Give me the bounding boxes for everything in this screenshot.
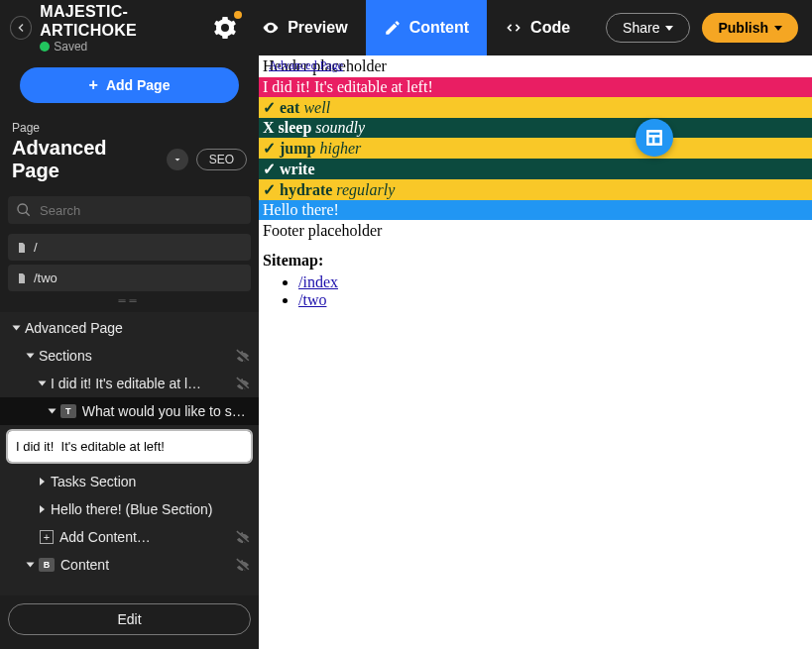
tree-node-sections[interactable]: Sections [0,342,259,370]
route-item-two[interactable]: /two [8,265,251,291]
chevron-down-icon [665,26,673,31]
plus-box-icon: + [40,530,54,544]
sitemap-item: /index [298,273,812,291]
hello-section[interactable]: Hello there! [259,200,812,220]
task-row[interactable]: ✓ jump higher [259,138,812,159]
sitemap-item: /two [298,291,812,309]
topbar: MAJESTIC-ARTICHOKE Saved Preview Content [0,0,812,55]
search-icon [16,202,32,218]
visibility-off-icon[interactable] [235,348,251,364]
code-icon [505,19,522,37]
saved-label: Saved [54,40,87,54]
share-label: Share [623,20,659,36]
page-selector: Advanced Page SEO [0,137,259,192]
content-tree: Advanced Page Sections I did it! It's ed… [0,312,259,595]
footer-placeholder: Footer placeholder [259,220,812,242]
caret-icon [49,409,57,414]
sitemap-link[interactable]: /two [298,291,326,308]
tab-preview[interactable]: Preview [244,0,365,55]
tab-content[interactable]: Content [366,0,487,55]
task-detail: higher [319,140,361,157]
plus-icon: + [89,76,98,94]
tree-node-add-content[interactable]: + Add Content… [0,523,259,551]
task-row[interactable]: ✓ hydrate regularly [259,179,812,200]
sitemap-link[interactable]: /index [298,273,338,290]
inline-text-input[interactable] [8,431,251,462]
tree-node-page[interactable]: Advanced Page [0,314,259,342]
visibility-off-icon[interactable] [235,557,251,573]
layout-widget-button[interactable] [636,119,673,157]
task-row[interactable]: ✓ write [259,159,812,179]
sitemap-heading: Sitemap: [259,242,812,273]
tab-preview-label: Preview [288,19,347,37]
edit-button[interactable]: Edit [8,603,251,635]
back-button[interactable] [10,16,32,40]
task-detail: soundly [315,119,365,136]
breadcrumb-link[interactable]: Advanced Page [269,58,343,73]
search-input[interactable] [40,203,243,218]
tree-label: Add Content… [59,529,151,545]
add-page-label: Add Page [106,77,171,93]
tree-label: Hello there! (Blue Section) [51,501,212,517]
task-verb: ✓ eat [263,99,303,116]
intro-section[interactable]: I did it! It's editable at left! [259,77,812,97]
task-verb: X sleep [263,119,315,136]
tree-label: Tasks Section [51,474,136,489]
tab-code[interactable]: Code [487,0,588,55]
tree-node-content[interactable]: B Content [0,551,259,579]
block-icon: B [39,558,55,572]
project-title: MAJESTIC-ARTICHOKE [40,2,210,40]
seo-button[interactable]: SEO [196,149,247,170]
page-dropdown[interactable] [167,149,188,170]
visibility-off-icon[interactable] [235,376,251,391]
file-icon [16,242,28,254]
tree-node-intro-field[interactable]: T What would you like to say? [0,397,259,425]
search-field[interactable] [8,196,251,224]
tree-node-tasks[interactable]: Tasks Section [0,468,259,495]
task-row[interactable]: ✓ eat well [259,97,812,118]
gear-icon [213,16,237,40]
page-heading: Page [0,115,259,137]
mode-tabs: Preview Content Code [244,0,588,55]
text-field-icon: T [60,404,76,418]
right-actions: Share Publish [588,13,812,43]
project-block: MAJESTIC-ARTICHOKE Saved [40,2,210,54]
share-button[interactable]: Share [606,13,690,43]
tab-code-label: Code [530,19,570,37]
route-label: /two [34,270,58,285]
tab-content-label: Content [409,19,469,37]
task-verb: ✓ jump [263,140,319,157]
caret-icon [40,505,45,513]
caret-icon [27,354,35,359]
tree-label: Content [60,557,109,573]
tree-label: I did it! It's editable at l… [51,376,201,391]
task-detail: well [303,99,330,116]
add-page-button[interactable]: + Add Page [20,67,239,103]
tree-label: What would you like to say? [82,403,251,419]
publish-button[interactable]: Publish [702,13,798,43]
sitemap-list: /index/two [289,273,812,309]
route-label: / [34,240,38,255]
tree-node-intro-section[interactable]: I did it! It's editable at l… [0,370,259,397]
tree-node-hello[interactable]: Hello there! (Blue Section) [0,495,259,523]
task-verb: ✓ write [263,161,315,177]
preview-canvas: Advanced Page Header placeholder I did i… [259,55,812,649]
saved-dot-icon [40,42,50,52]
edit-bar: Edit [0,595,259,649]
settings-button[interactable] [210,13,240,43]
drag-handle[interactable]: ══ [0,293,259,312]
caret-icon [27,563,35,568]
publish-label: Publish [718,20,768,36]
chevron-down-icon [172,154,183,165]
notification-dot-icon [234,11,242,19]
task-verb: ✓ hydrate [263,181,336,198]
page-name: Advanced Page [12,137,159,182]
tree-label: Advanced Page [25,320,123,336]
inline-editor [0,425,259,468]
tasks-list: ✓ eat wellX sleep soundly✓ jump higher✓ … [259,97,812,200]
route-item-root[interactable]: / [8,234,251,261]
caret-icon [13,326,21,331]
task-row[interactable]: X sleep soundly [259,118,812,138]
visibility-off-icon[interactable] [235,529,251,545]
file-icon [16,272,28,284]
